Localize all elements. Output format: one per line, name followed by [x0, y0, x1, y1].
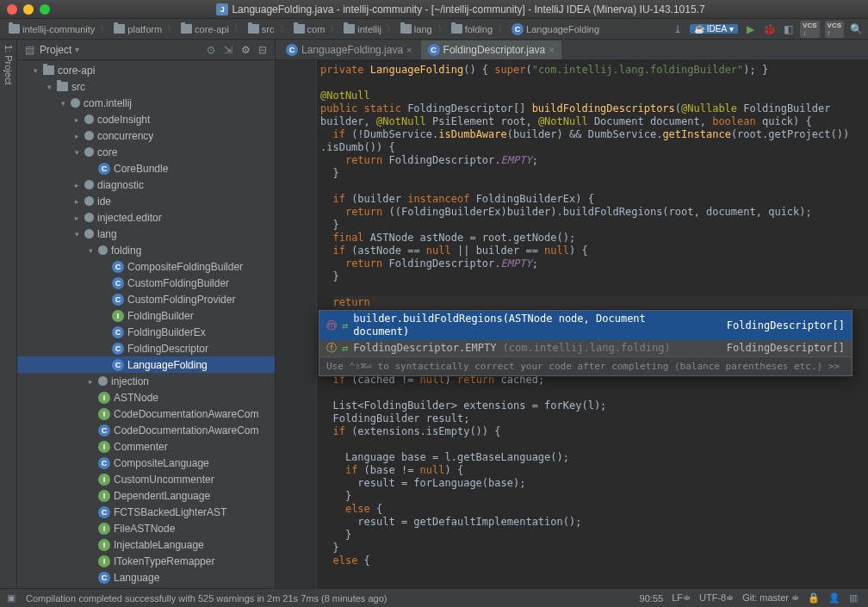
- tree-node[interactable]: ▸ide: [17, 193, 275, 209]
- chevron-down-icon[interactable]: ▾: [75, 45, 79, 54]
- tree-node[interactable]: IASTNode: [17, 389, 275, 406]
- tree-node[interactable]: ▾core-api: [17, 62, 275, 78]
- lock-icon[interactable]: 🔒: [808, 592, 820, 604]
- tree-node[interactable]: CFoldingBuilderEx: [17, 324, 275, 340]
- breadcrumb-item[interactable]: core-api: [177, 23, 232, 35]
- tree-node[interactable]: CLanguageFolding: [17, 356, 275, 373]
- class-icon: C: [112, 343, 124, 355]
- minimize-window-button[interactable]: [23, 4, 34, 15]
- tree-node[interactable]: CCompositeFoldingBuilder: [17, 258, 275, 275]
- tree-expander-icon[interactable]: ▾: [72, 230, 81, 238]
- tree-node[interactable]: ▸diagnostic: [17, 177, 275, 193]
- breadcrumb-item[interactable]: lang: [397, 23, 436, 35]
- status-icon[interactable]: ▣: [7, 592, 19, 604]
- tree-node[interactable]: IFoldingBuilder: [17, 307, 275, 324]
- tree-node[interactable]: CCompositeLanguage: [17, 455, 275, 471]
- vcs-commit-icon[interactable]: VCS↑: [825, 21, 844, 38]
- code-completion-popup[interactable]: ⓜ⇄builder.buildFoldRegions(ASTNode node,…: [319, 310, 852, 376]
- editor-tab[interactable]: CLanguageFolding.java×: [279, 40, 419, 59]
- tree-expander-icon[interactable]: ▸: [72, 132, 81, 140]
- tree-node-label: lang: [97, 228, 117, 240]
- interface-icon: I: [98, 490, 110, 502]
- run-config-selector[interactable]: ☕ IDEA ▾: [690, 24, 738, 34]
- tree-expander-icon[interactable]: ▾: [86, 246, 95, 255]
- make-project-icon[interactable]: ⤓: [671, 22, 685, 36]
- inspections-icon[interactable]: 👤: [828, 592, 840, 604]
- tree-node[interactable]: ▾src: [17, 78, 275, 95]
- tree-node[interactable]: CCustomFoldingProvider: [17, 291, 275, 307]
- close-tab-icon[interactable]: ×: [549, 45, 554, 55]
- file-encoding[interactable]: UTF-8≑: [699, 592, 734, 604]
- scroll-from-source-icon[interactable]: ⊙: [204, 43, 218, 57]
- package-icon: [84, 131, 94, 140]
- coverage-icon[interactable]: ◧: [781, 22, 795, 36]
- tree-node[interactable]: CFCTSBackedLighterAST: [17, 504, 275, 520]
- tree-node[interactable]: CCodeDocumentationAwareCom: [17, 422, 275, 438]
- tree-node[interactable]: IDependentLanguage: [17, 487, 275, 504]
- close-tab-icon[interactable]: ×: [406, 45, 412, 55]
- tree-node[interactable]: ▾core: [17, 144, 275, 160]
- search-everywhere-icon[interactable]: 🔍: [849, 22, 863, 36]
- tree-expander-icon[interactable]: ▾: [59, 99, 67, 108]
- package-icon: [84, 229, 94, 238]
- tree-node[interactable]: ▾folding: [17, 242, 275, 258]
- tree-node[interactable]: IInjectableLanguage: [17, 536, 275, 553]
- git-branch[interactable]: Git: master ≑: [742, 592, 799, 604]
- project-tree[interactable]: ▾core-api▾src▾com.intellij▸codeInsight▸c…: [17, 60, 275, 588]
- tree-node[interactable]: IFileASTNode: [17, 520, 275, 536]
- breadcrumb-item[interactable]: com: [290, 23, 329, 35]
- tree-node[interactable]: ICustomUncommenter: [17, 471, 275, 487]
- editor-tab[interactable]: CFoldingDescriptor.java×: [421, 40, 561, 59]
- tree-expander-icon[interactable]: ▾: [45, 83, 53, 91]
- tree-node[interactable]: CCustomFoldingBuilder: [17, 275, 275, 291]
- gear-icon[interactable]: ⚙: [239, 43, 252, 57]
- tree-expander-icon[interactable]: ▸: [72, 214, 81, 222]
- project-view-icon[interactable]: ▤: [22, 43, 36, 57]
- vcs-update-icon[interactable]: VCS↓: [800, 21, 819, 38]
- project-tool-tab[interactable]: 1: Project: [3, 45, 14, 84]
- tree-node[interactable]: CLanguage: [17, 569, 275, 585]
- tree-node[interactable]: CFoldingDescriptor: [17, 340, 275, 356]
- tool-window-stripe[interactable]: 1: Project: [0, 40, 17, 588]
- tree-node[interactable]: CCoreBundle: [17, 160, 275, 177]
- tree-expander-icon[interactable]: ▸: [72, 197, 81, 206]
- line-separator[interactable]: LF≑: [672, 592, 691, 604]
- tree-node[interactable]: ▸injection: [17, 373, 275, 389]
- tree-node-label: src: [71, 81, 85, 93]
- tree-node[interactable]: ICodeDocumentationAwareCom: [17, 406, 275, 422]
- debug-icon[interactable]: 🐞: [762, 22, 776, 36]
- breadcrumb-item[interactable]: intellij: [340, 23, 385, 35]
- memory-indicator-icon[interactable]: ▥: [849, 592, 861, 604]
- breadcrumb-item[interactable]: platform: [110, 23, 165, 35]
- tree-node[interactable]: IITokenTypeRemapper: [17, 553, 275, 569]
- tree-expander-icon[interactable]: ▸: [72, 181, 81, 189]
- run-icon[interactable]: ▶: [743, 22, 757, 36]
- completion-signature: builder.buildFoldRegions(ASTNode node, D…: [353, 313, 704, 338]
- interface-icon: I: [98, 523, 110, 535]
- tree-expander-icon[interactable]: ▸: [72, 115, 81, 124]
- hide-icon[interactable]: ⊟: [256, 43, 270, 57]
- gutter[interactable]: [276, 60, 317, 588]
- tree-expander-icon[interactable]: ▸: [86, 377, 95, 386]
- close-window-button[interactable]: [7, 4, 17, 15]
- tree-expander-icon[interactable]: ▾: [31, 66, 40, 75]
- breadcrumb-item[interactable]: intellij-community: [5, 23, 98, 35]
- completion-item[interactable]: ⓕ⇄FoldingDescriptor.EMPTY (com.intellij.…: [319, 340, 852, 356]
- zoom-window-button[interactable]: [40, 4, 50, 15]
- code-editor[interactable]: private LanguageFolding() { super("com.i…: [276, 60, 868, 588]
- tree-node[interactable]: ▾com.intellij: [17, 95, 275, 111]
- completion-item[interactable]: ⓜ⇄builder.buildFoldRegions(ASTNode node,…: [319, 311, 852, 340]
- class-icon: C: [98, 163, 110, 175]
- tree-node[interactable]: ▸concurrency: [17, 127, 275, 144]
- breadcrumb-item[interactable]: CLanguageFolding: [508, 22, 603, 36]
- collapse-all-icon[interactable]: ⇲: [221, 43, 235, 57]
- tree-node[interactable]: ▸injected.editor: [17, 209, 275, 226]
- cursor-position[interactable]: 90:55: [640, 593, 664, 604]
- tree-node[interactable]: ▾lang: [17, 226, 275, 242]
- breadcrumb-item[interactable]: folding: [448, 23, 496, 35]
- tree-expander-icon[interactable]: ▾: [72, 148, 81, 157]
- folder-icon: [451, 24, 462, 34]
- breadcrumb-item[interactable]: src: [245, 23, 278, 35]
- tree-node[interactable]: ICommenter: [17, 438, 275, 455]
- tree-node[interactable]: ▸codeInsight: [17, 111, 275, 127]
